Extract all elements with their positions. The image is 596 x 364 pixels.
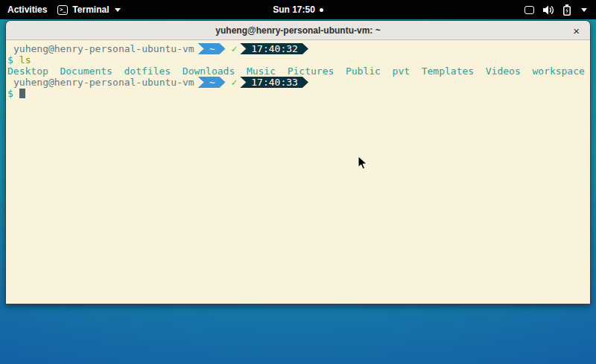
app-menu-label: Terminal — [72, 4, 109, 15]
prompt-time-text: 17:40:32 — [251, 43, 298, 54]
powerline-dir-segment: ~ — [198, 43, 226, 54]
powerline-time-segment: 17:40:32 — [240, 43, 308, 54]
prompt-line-2: yuheng@henry-personal-ubuntu-vm ~ ✓ 17:4… — [7, 77, 589, 88]
volume-icon — [543, 5, 554, 15]
prompt-dir-text: ~ — [209, 77, 215, 88]
screen-icon — [524, 6, 534, 14]
prompt-user-text: yuheng@henry-personal-ubuntu-vm — [13, 77, 194, 88]
chevron-down-icon — [581, 8, 587, 12]
empty-command-line[interactable]: $ — [7, 88, 589, 99]
close-icon[interactable]: × — [573, 25, 580, 36]
prompt-symbol: $ — [7, 54, 13, 66]
powerline-time-segment: 17:40:33 — [240, 77, 308, 88]
top-bar: Activities >_ Terminal Sun 17:50 — [0, 0, 596, 19]
prompt-time-text: 17:40:33 — [251, 77, 298, 88]
window-titlebar[interactable]: yuheng@henry-personal-ubuntu-vm: ~ × — [6, 21, 590, 40]
prompt-user-text: yuheng@henry-personal-ubuntu-vm — [13, 43, 194, 54]
activities-button[interactable]: Activities — [7, 4, 47, 15]
command-line: $ ls — [7, 54, 589, 66]
terminal-content[interactable]: yuheng@henry-personal-ubuntu-vm ~ ✓ 17:4… — [6, 40, 590, 304]
clock-button[interactable]: Sun 17:50 — [273, 4, 323, 15]
battery-charging-icon — [563, 4, 571, 16]
terminal-app-icon-glyph: >_ — [60, 7, 66, 13]
app-menu[interactable]: >_ Terminal — [57, 4, 121, 15]
text-cursor — [19, 89, 25, 98]
terminal-app-icon: >_ — [57, 5, 68, 15]
check-icon: ✓ — [231, 77, 237, 88]
prompt-dir-text: ~ — [209, 43, 215, 54]
command-text: ls — [19, 54, 31, 66]
prompt-line-1: yuheng@henry-personal-ubuntu-vm ~ ✓ 17:4… — [7, 43, 589, 54]
prompt-symbol: $ — [7, 88, 13, 99]
check-icon: ✓ — [231, 43, 237, 54]
powerline-dir-segment: ~ — [198, 77, 226, 88]
system-menu[interactable] — [323, 4, 596, 16]
terminal-window: yuheng@henry-personal-ubuntu-vm: ~ × yuh… — [5, 20, 591, 304]
desktop-background: yuheng@henry-personal-ubuntu-vm: ~ × yuh… — [0, 19, 596, 364]
window-title: yuheng@henry-personal-ubuntu-vm: ~ — [215, 25, 380, 36]
clock-label: Sun 17:50 — [273, 4, 315, 15]
chevron-down-icon — [115, 8, 121, 12]
ls-output: Desktop Documents dotfiles Downloads Mus… — [7, 66, 589, 77]
